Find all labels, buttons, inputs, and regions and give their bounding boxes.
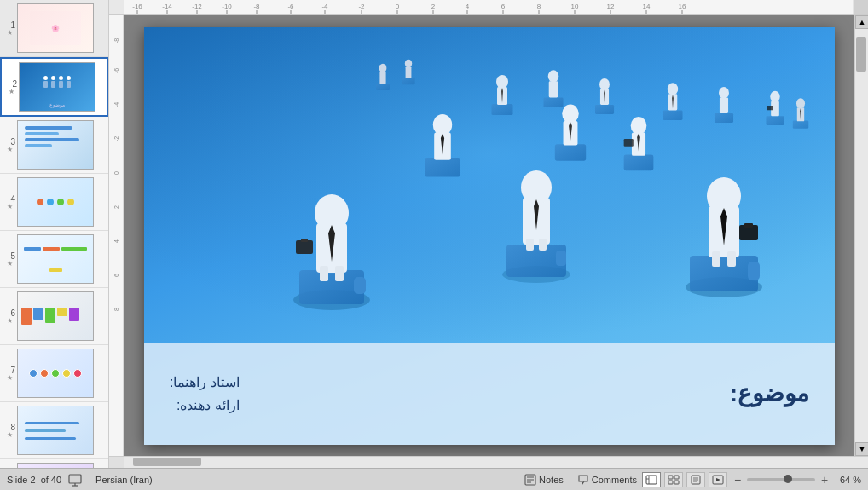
status-right: − + 64 % bbox=[642, 472, 861, 487]
zoom-percent-display: 64 % bbox=[834, 475, 861, 485]
svg-rect-77 bbox=[727, 251, 736, 267]
svg-rect-84 bbox=[555, 144, 586, 161]
vertical-scrollbar[interactable]: ▲ ▼ bbox=[854, 15, 868, 456]
ruler-svg: -16 -14 -12 -10 -8 -6 -4 -2 0 2 4 6 8 10 bbox=[124, 0, 868, 15]
slide-thumb-1[interactable]: 1 ★ 🌸 bbox=[0, 0, 108, 57]
svg-rect-125 bbox=[69, 475, 81, 483]
slide-label-2: ارائه دهنده: bbox=[170, 397, 240, 413]
slide-sorter-button[interactable] bbox=[664, 472, 683, 487]
comments-button[interactable]: Comments bbox=[572, 472, 642, 487]
slide-canvas[interactable]: موضوع: استاد راهنما: ارائه دهنده: bbox=[144, 27, 835, 445]
presentation-icon bbox=[68, 473, 82, 487]
zoom-controls: − + 64 % bbox=[731, 473, 861, 487]
slide-number-8: 8 bbox=[2, 423, 15, 432]
star-icon-3: ★ bbox=[7, 147, 13, 153]
svg-rect-115 bbox=[376, 84, 390, 90]
star-icon-4: ★ bbox=[7, 204, 13, 210]
svg-rect-109 bbox=[720, 97, 728, 112]
svg-rect-136 bbox=[674, 476, 679, 479]
zoom-minus-button[interactable]: − bbox=[731, 473, 744, 487]
thumb-image-5 bbox=[17, 234, 94, 284]
svg-rect-93 bbox=[492, 104, 513, 115]
reading-view-button[interactable] bbox=[686, 472, 705, 487]
thumb-image-4 bbox=[17, 177, 94, 227]
svg-text:12: 12 bbox=[607, 3, 615, 10]
svg-text:6: 6 bbox=[113, 274, 119, 277]
svg-text:-8: -8 bbox=[253, 3, 260, 10]
scroll-track-vertical[interactable] bbox=[855, 29, 868, 442]
slide-status-icon[interactable] bbox=[67, 471, 84, 488]
svg-text:8: 8 bbox=[113, 308, 119, 311]
main-editing-area: -16 -14 -12 -10 -8 -6 -4 -2 0 2 4 6 8 10 bbox=[109, 0, 868, 468]
canvas-area[interactable]: موضوع: استاد راهنما: ارائه دهنده: bbox=[124, 15, 854, 456]
svg-text:0: 0 bbox=[113, 171, 119, 175]
svg-text:-2: -2 bbox=[113, 136, 119, 141]
scroll-track-horizontal[interactable] bbox=[124, 456, 868, 468]
slideshow-icon bbox=[712, 475, 724, 485]
slide-number-7: 7 bbox=[2, 366, 15, 375]
content-row: -8 -6 -4 -2 0 2 4 6 8 bbox=[109, 15, 868, 456]
scroll-down-button[interactable]: ▼ bbox=[855, 442, 868, 456]
svg-text:-4: -4 bbox=[113, 102, 119, 107]
svg-point-117 bbox=[379, 63, 387, 72]
zoom-plus-button[interactable]: + bbox=[818, 473, 831, 487]
ruler-top: -16 -14 -12 -10 -8 -6 -4 -2 0 2 4 6 8 10 bbox=[109, 0, 868, 15]
svg-text:2: 2 bbox=[431, 3, 436, 10]
svg-rect-118 bbox=[402, 78, 414, 84]
slide-thumb-8[interactable]: 8 ★ bbox=[0, 402, 108, 459]
svg-point-86 bbox=[562, 104, 579, 123]
thumb-image-2: موضوع bbox=[19, 62, 95, 112]
slideshow-button[interactable] bbox=[709, 472, 727, 487]
ruler-horizontal: -16 -14 -12 -10 -8 -6 -4 -2 0 2 4 6 8 10 bbox=[124, 0, 868, 15]
star-icon-1: ★ bbox=[7, 30, 13, 37]
svg-rect-76 bbox=[712, 251, 720, 267]
scroll-thumb-vertical[interactable] bbox=[856, 37, 866, 72]
slide-thumb-3[interactable]: 3 ★ bbox=[0, 117, 108, 174]
ruler-left-svg: -8 -6 -4 -2 0 2 4 6 8 bbox=[109, 15, 124, 456]
svg-rect-59 bbox=[301, 239, 308, 242]
svg-rect-63 bbox=[556, 251, 566, 266]
slide-number-2: 2 bbox=[3, 79, 17, 89]
thumb-image-1: 🌸 bbox=[17, 3, 94, 53]
scroll-thumb-horizontal[interactable] bbox=[133, 458, 201, 466]
svg-text:-12: -12 bbox=[192, 3, 202, 10]
thumb-image-8 bbox=[17, 406, 94, 455]
slide-thumb-7[interactable]: 7 ★ bbox=[0, 345, 108, 402]
svg-text:-6: -6 bbox=[113, 68, 119, 73]
slide-thumb-6[interactable]: 6 ★ bbox=[0, 288, 108, 345]
slide-panel: 1 ★ 🌸 2 ★ bbox=[0, 0, 109, 468]
scroll-up-button[interactable]: ▲ bbox=[855, 15, 868, 29]
slide-thumb-2[interactable]: 2 ★ موضوع bbox=[0, 57, 108, 117]
star-icon-5: ★ bbox=[7, 261, 13, 268]
star-icon-8: ★ bbox=[7, 432, 13, 439]
svg-rect-116 bbox=[379, 72, 385, 84]
svg-point-113 bbox=[770, 90, 779, 101]
svg-rect-68 bbox=[539, 239, 547, 251]
svg-rect-36 bbox=[854, 0, 868, 15]
slide-thumb-4[interactable]: 4 ★ bbox=[0, 174, 108, 231]
svg-text:14: 14 bbox=[643, 3, 651, 10]
svg-point-102 bbox=[599, 78, 610, 90]
svg-rect-0 bbox=[124, 0, 868, 15]
comments-icon bbox=[577, 474, 589, 486]
svg-rect-72 bbox=[748, 262, 760, 280]
zoom-slider-thumb[interactable] bbox=[784, 475, 792, 483]
language-status: Persian (Iran) bbox=[95, 475, 153, 485]
notes-label: Notes bbox=[539, 475, 564, 485]
zoom-slider[interactable] bbox=[747, 478, 815, 481]
reading-view-icon bbox=[690, 475, 702, 485]
normal-view-button[interactable] bbox=[642, 472, 661, 487]
svg-rect-100 bbox=[595, 104, 614, 113]
star-icon-6: ★ bbox=[7, 318, 13, 325]
notes-button[interactable]: Notes bbox=[519, 472, 569, 487]
slide-thumb-9[interactable]: 9 ★ bbox=[0, 459, 108, 468]
status-bar: Slide 2 of 40 Persian (Iran) Notes bbox=[0, 468, 868, 490]
svg-rect-135 bbox=[668, 476, 673, 479]
slide-thumb-5[interactable]: 5 ★ bbox=[0, 231, 108, 288]
scrollbar-corner bbox=[109, 456, 124, 468]
svg-rect-132 bbox=[646, 476, 657, 484]
svg-rect-111 bbox=[766, 116, 784, 125]
svg-text:-16: -16 bbox=[132, 3, 142, 10]
svg-rect-97 bbox=[543, 97, 563, 107]
slide-number-4: 4 bbox=[2, 194, 15, 204]
